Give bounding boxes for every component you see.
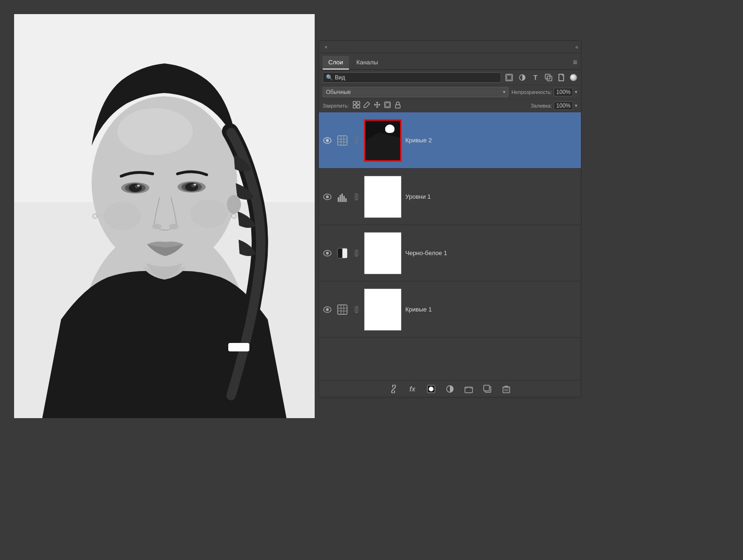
svg-rect-5	[228, 343, 249, 351]
search-icon: 🔍	[326, 74, 333, 81]
blend-mode-chevron: ▾	[503, 89, 505, 94]
lock-crop-icon[interactable]	[384, 101, 391, 110]
panel-menu-icon[interactable]: ≡	[573, 58, 577, 70]
lock-move-icon[interactable]	[373, 101, 381, 110]
svg-point-22	[190, 200, 228, 228]
svg-rect-38	[338, 136, 347, 145]
svg-rect-31	[353, 105, 356, 108]
lock-grid-icon[interactable]	[353, 101, 360, 110]
svg-point-8	[129, 184, 142, 192]
opacity-value[interactable]: 100%	[554, 88, 573, 96]
svg-rect-49	[343, 196, 345, 201]
filter-row: 🔍 Вид T	[319, 70, 581, 85]
panel-close-button[interactable]: ×	[323, 44, 329, 50]
svg-rect-56	[338, 249, 342, 258]
lock-brush-icon[interactable]	[363, 101, 371, 110]
blend-mode-value: Обычные	[326, 89, 351, 95]
svg-point-45	[326, 195, 329, 198]
layer-visibility-levels1[interactable]	[323, 194, 332, 200]
panel-titlebar: × «	[319, 41, 581, 53]
panel-collapse-button[interactable]: «	[575, 44, 577, 50]
filter-crop-icon[interactable]	[543, 72, 554, 83]
layer-visibility-curves1[interactable]	[323, 306, 332, 313]
lock-row: Закрепить: Заливка: 100% ▾	[319, 99, 581, 112]
layer-link-curves1	[353, 305, 360, 314]
layer-visibility-curves2[interactable]	[323, 137, 332, 144]
layer-type-curves2	[336, 135, 349, 146]
layers-panel: × « Слои Каналы ≡ 🔍 Вид T	[318, 40, 581, 397]
fill-chevron: ▾	[575, 103, 577, 108]
blend-mode-select[interactable]: Обычные ▾	[323, 87, 509, 97]
link-layers-button[interactable]	[388, 383, 399, 395]
filter-text-icon[interactable]: T	[530, 72, 541, 83]
layer-type-levels1	[336, 192, 349, 202]
tab-channels[interactable]: Каналы	[351, 56, 384, 70]
lock-lock-icon[interactable]	[394, 101, 402, 110]
svg-point-54	[326, 252, 329, 255]
panel-bottom-toolbar: fx	[319, 380, 581, 397]
lock-label: Закрепить:	[323, 103, 349, 109]
svg-rect-35	[395, 105, 400, 108]
svg-point-16	[152, 224, 162, 229]
svg-point-37	[326, 139, 329, 142]
svg-point-13	[185, 183, 198, 191]
svg-point-21	[103, 202, 141, 230]
svg-rect-46	[338, 197, 339, 201]
layer-item-curves1[interactable]: Кривые 1	[319, 281, 581, 338]
filter-color-circle	[570, 74, 577, 81]
svg-rect-26	[545, 74, 550, 79]
filter-search[interactable]: 🔍 Вид	[323, 72, 501, 83]
layer-name-levels1: Уровни 1	[405, 193, 577, 200]
fill-value[interactable]: 100%	[554, 101, 573, 110]
filter-search-text: Вид	[335, 74, 345, 81]
svg-rect-30	[357, 101, 360, 104]
canvas-area	[14, 14, 315, 418]
fill-row: Заливка: 100% ▾	[531, 101, 577, 110]
svg-point-15	[193, 184, 196, 186]
svg-point-4	[117, 108, 193, 155]
svg-rect-62	[338, 305, 347, 314]
adjustment-layer-button[interactable]	[444, 383, 456, 395]
layer-item-levels1[interactable]: Уровни 1	[319, 169, 581, 225]
layer-type-bw1	[336, 248, 349, 258]
layer-thumbnail-levels1	[364, 176, 402, 218]
svg-rect-48	[341, 194, 343, 201]
duplicate-layer-button[interactable]	[482, 383, 493, 395]
fx-button[interactable]: fx	[407, 383, 418, 395]
new-group-button[interactable]	[463, 383, 474, 395]
svg-rect-29	[353, 101, 356, 104]
opacity-row: Непрозрачность: 100% ▾	[511, 88, 577, 96]
blend-mode-row: Обычные ▾ Непрозрачность: 100% ▾	[319, 85, 581, 99]
filter-document-icon[interactable]	[557, 72, 567, 83]
svg-rect-50	[345, 198, 347, 201]
layers-list: Кривые 2 Уровни 1	[319, 112, 581, 380]
filter-circle-icon[interactable]	[517, 72, 527, 83]
svg-point-70	[429, 387, 433, 391]
tab-layers[interactable]: Слои	[323, 56, 349, 70]
svg-rect-32	[357, 105, 360, 108]
layer-name-curves1: Кривые 1	[405, 306, 577, 313]
filter-image-icon[interactable]	[504, 72, 514, 83]
layer-mask-button[interactable]	[426, 383, 437, 395]
fx-label: fx	[410, 385, 415, 393]
svg-point-20	[93, 214, 97, 218]
layer-thumbnail-curves1	[364, 288, 402, 331]
layer-item-bw1[interactable]: Черно-белое 1	[319, 225, 581, 281]
svg-point-18	[227, 195, 241, 214]
delete-layer-button[interactable]	[501, 383, 512, 395]
filter-icons: T	[504, 72, 577, 83]
layer-item-curves2[interactable]: Кривые 2	[319, 112, 581, 169]
svg-rect-47	[340, 195, 341, 201]
svg-line-68	[392, 388, 395, 390]
fill-label: Заливка:	[531, 103, 552, 109]
svg-rect-57	[342, 249, 347, 258]
svg-rect-34	[386, 103, 389, 107]
svg-point-17	[169, 224, 178, 229]
layer-link-curves2	[353, 136, 360, 145]
layer-type-curves1	[336, 304, 349, 315]
svg-rect-74	[484, 385, 489, 391]
layer-link-levels1	[353, 193, 360, 201]
lock-icons	[353, 101, 402, 110]
layer-visibility-bw1[interactable]	[323, 250, 332, 257]
opacity-label: Непрозрачность:	[511, 89, 552, 95]
